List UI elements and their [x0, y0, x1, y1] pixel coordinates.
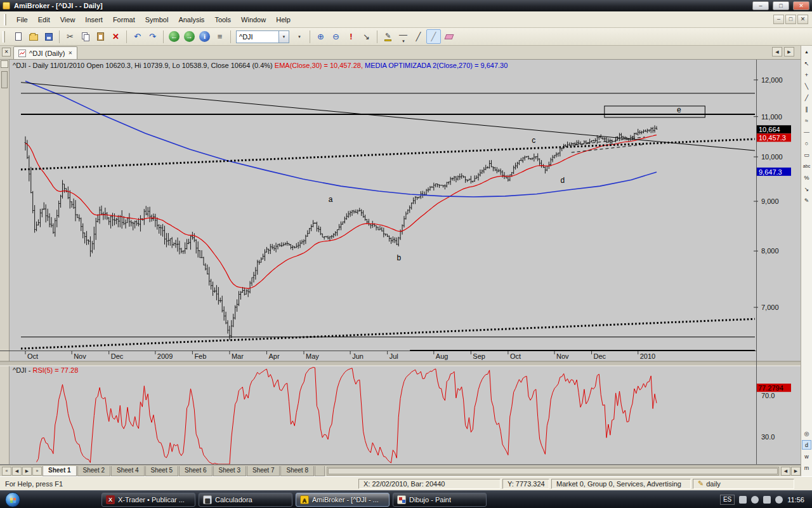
sheet-tab-3[interactable]: Sheet 3 — [213, 466, 246, 476]
trendline-dotted-button[interactable]: ╱ — [426, 29, 441, 44]
alert-button[interactable]: ! — [344, 29, 358, 44]
text-tool-button[interactable]: abc — [802, 161, 811, 171]
scroll-left-button[interactable]: ◀ — [781, 467, 790, 476]
interval-daily-button[interactable]: d — [802, 440, 811, 450]
symbol-combo[interactable]: ▼ — [236, 30, 289, 43]
menu-tools[interactable]: Tools — [209, 12, 236, 27]
zoom-in-button[interactable]: ⊕ — [313, 29, 328, 44]
window-minimize-button[interactable]: – — [752, 1, 769, 10]
start-button[interactable] — [5, 492, 20, 507]
regression-tool-button[interactable]: ◎ — [802, 429, 811, 438]
pencil-tool-button[interactable]: ✎ — [802, 196, 811, 205]
scrollbar-thumb[interactable] — [328, 468, 778, 474]
x-axis-label: Dec — [111, 352, 124, 360]
tray-update-icon[interactable] — [739, 496, 747, 504]
curve-tool-button[interactable]: ≈ — [802, 116, 811, 125]
menu-analysis[interactable]: Analysis — [173, 12, 209, 27]
back-button[interactable]: ← — [167, 29, 181, 44]
menu-format[interactable]: Format — [108, 12, 140, 27]
taskbar-clock[interactable]: 11:56 — [787, 496, 804, 504]
rsi-title-value: RSI(5) = 77.28 — [32, 366, 78, 374]
select-tool-button[interactable]: ↖ — [802, 58, 811, 68]
pane-close-button[interactable]: ✕ — [2, 48, 11, 57]
scan-button[interactable]: ↘ — [359, 29, 374, 44]
horizontal-line-tool-button[interactable]: — — [802, 127, 811, 137]
ray-tool-button[interactable]: ╱ — [802, 93, 811, 102]
parameters-button[interactable]: ≡ — [213, 29, 227, 44]
menu-help[interactable]: Help — [271, 12, 296, 27]
tab-close-icon[interactable]: ✕ — [69, 50, 73, 56]
cut-button[interactable]: ✂ — [63, 29, 77, 44]
window-close-button[interactable]: ✕ — [793, 1, 809, 10]
menu-view[interactable]: View — [55, 12, 81, 27]
tray-volume-icon[interactable] — [763, 496, 771, 504]
tray-network-icon[interactable] — [751, 496, 759, 504]
status-interval-pane[interactable]: ✎daily — [693, 479, 794, 489]
tab-scroll-left-button[interactable]: ◀ — [772, 47, 782, 57]
forward-button[interactable]: → — [182, 29, 197, 44]
trendline-tool-button[interactable]: ╲ — [802, 81, 811, 91]
trendline-button[interactable]: ╱ — [411, 29, 426, 44]
line-color-button[interactable]: ✎ — [381, 29, 395, 44]
mdi-minimize-button[interactable]: – — [773, 15, 784, 24]
window-restore-button[interactable]: □ — [773, 1, 789, 10]
new-button[interactable] — [11, 29, 25, 44]
ellipse-tool-button[interactable]: ○ — [802, 138, 811, 148]
scroll-right-button[interactable]: ▶ — [791, 467, 801, 476]
crosshair-tool-button[interactable]: + — [802, 70, 811, 79]
tab-scroll-right-button[interactable]: ▶ — [784, 47, 794, 57]
rectangle-tool-button[interactable]: ▭ — [802, 150, 811, 159]
menu-file[interactable]: File — [11, 12, 33, 27]
open-button[interactable] — [26, 29, 41, 44]
mdi-restore-button[interactable]: □ — [785, 15, 796, 24]
sheet-tab-6[interactable]: Sheet 6 — [179, 466, 212, 476]
interval-weekly-button[interactable]: w — [802, 451, 811, 461]
sheet-tab-1[interactable]: Sheet 1 — [43, 466, 77, 476]
horizontal-scrollbar[interactable] — [327, 467, 779, 476]
menu-edit[interactable]: Edit — [33, 12, 55, 27]
strip-scroll-up-button[interactable]: ▲ — [802, 47, 811, 57]
sheet-tab-8[interactable]: Sheet 8 — [280, 466, 313, 476]
menu-symbol[interactable]: Symbol — [140, 12, 174, 27]
arrow-tool-button[interactable]: ↘ — [802, 184, 811, 194]
sheet-tab-5[interactable]: Sheet 5 — [145, 466, 178, 476]
mdi-close-button[interactable]: ✕ — [797, 15, 808, 24]
zoom-out-icon: ⊖ — [332, 32, 339, 41]
line-style-button[interactable]: —▼ — [396, 29, 410, 44]
save-button[interactable] — [41, 29, 56, 44]
parallel-lines-tool-button[interactable]: ∥ — [802, 104, 811, 114]
tray-shield-icon[interactable] — [775, 496, 783, 504]
sheet-first-button[interactable]: « — [2, 467, 11, 476]
language-indicator[interactable]: ES — [720, 495, 735, 505]
price-title-ma: MEDIA OPTIMIZADA 2(Close,270) = 9,647.30 — [365, 62, 508, 69]
symbol-input[interactable] — [236, 30, 279, 43]
sheet-last-button[interactable]: » — [32, 467, 42, 476]
eraser-button[interactable] — [442, 29, 456, 44]
redo-button[interactable]: ↷ — [145, 29, 160, 44]
menu-window[interactable]: Window — [236, 12, 271, 27]
sheet-tab-7[interactable]: Sheet 7 — [247, 466, 280, 476]
taskbar-button-xtrader[interactable]: X X-Trader • Publicar ... — [102, 493, 195, 507]
tab-dji-daily[interactable]: ^DJI (Daily) ✕ — [13, 46, 77, 59]
paste-button[interactable] — [93, 29, 108, 44]
sheet-prev-button[interactable]: ◀ — [12, 467, 22, 476]
zoom-out-button[interactable]: ⊖ — [329, 29, 343, 44]
delete-button[interactable]: ✕ — [108, 29, 123, 44]
x-axis-label: Nov — [74, 352, 86, 360]
undo-button[interactable]: ↶ — [130, 29, 145, 44]
sheet-next-button[interactable]: ▶ — [22, 467, 32, 476]
copy-button[interactable] — [78, 29, 93, 44]
sheet-tab-4[interactable]: Sheet 4 — [111, 466, 144, 476]
symbol-combo-dropdown[interactable]: ▼ — [279, 30, 289, 43]
menu-insert[interactable]: Insert — [80, 12, 108, 27]
sheet-tab-2[interactable]: Sheet 2 — [77, 466, 110, 476]
taskbar-button-amibroker[interactable]: A AmiBroker - [^DJI - ... — [296, 493, 390, 507]
chart-canvas[interactable]: OctNovDec2009FebMarAprMayJunJulAugSepOct… — [0, 60, 801, 465]
taskbar-button-paint[interactable]: Dibujo - Paint — [393, 493, 487, 507]
fib-retracement-tool-button[interactable]: % — [802, 173, 811, 182]
sheet-tab-stub[interactable] — [315, 466, 325, 476]
info-button[interactable]: i — [197, 29, 212, 44]
taskbar-button-calculator[interactable]: ▦ Calculadora — [199, 493, 292, 507]
interval-monthly-button[interactable]: m — [802, 463, 811, 472]
symbol-list-dropdown-button[interactable]: ▼ — [292, 29, 306, 44]
